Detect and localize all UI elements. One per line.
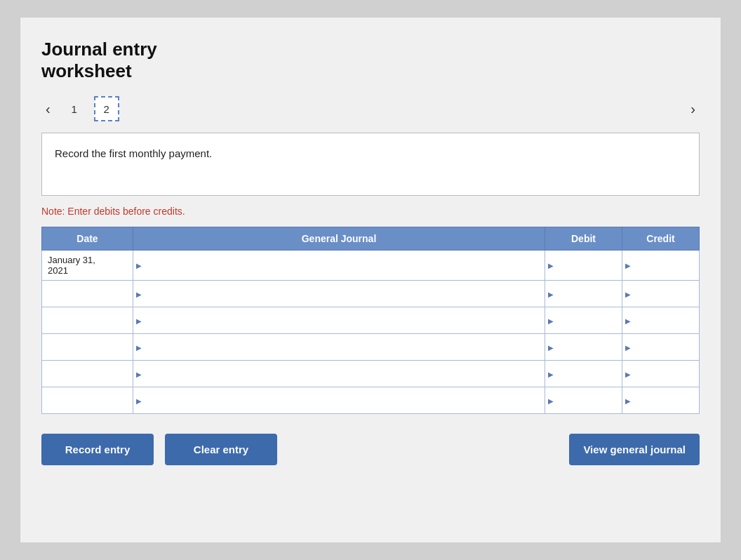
credit-cell-2[interactable] bbox=[622, 281, 700, 307]
col-header-credit: Credit bbox=[622, 227, 700, 251]
entry-cell-3[interactable] bbox=[133, 307, 545, 334]
note-text: Note: Enter debits before credits. bbox=[41, 206, 700, 217]
credit-cell-3[interactable] bbox=[622, 307, 700, 334]
tab-2[interactable]: 2 bbox=[94, 96, 119, 121]
date-cell-3 bbox=[42, 307, 133, 334]
debit-cell-2[interactable] bbox=[545, 281, 622, 307]
debit-cell-3[interactable] bbox=[545, 307, 622, 334]
col-header-date: Date bbox=[42, 227, 133, 251]
page-title: Journal entry worksheet bbox=[41, 39, 700, 82]
debit-cell-6[interactable] bbox=[545, 387, 622, 414]
table-row bbox=[42, 307, 700, 334]
nav-left-arrow[interactable]: ‹ bbox=[41, 100, 55, 119]
debit-cell-4[interactable] bbox=[545, 334, 622, 361]
entry-cell-5[interactable] bbox=[133, 361, 545, 387]
date-cell-4 bbox=[42, 334, 133, 361]
date-cell-2 bbox=[42, 281, 133, 307]
col-header-general-journal: General Journal bbox=[133, 227, 545, 251]
date-cell-1: January 31,2021 bbox=[42, 251, 133, 281]
button-row: Record entry Clear entry View general jo… bbox=[41, 434, 700, 465]
entry-cell-2[interactable] bbox=[133, 281, 545, 307]
credit-cell-6[interactable] bbox=[622, 387, 700, 414]
view-general-journal-button[interactable]: View general journal bbox=[569, 434, 700, 465]
instruction-box: Record the first monthly payment. bbox=[41, 133, 700, 196]
debit-cell-1[interactable] bbox=[545, 251, 622, 281]
record-entry-button[interactable]: Record entry bbox=[41, 434, 154, 465]
table-row bbox=[42, 281, 700, 307]
col-header-debit: Debit bbox=[545, 227, 622, 251]
table-row bbox=[42, 387, 700, 414]
table-row bbox=[42, 361, 700, 387]
date-cell-5 bbox=[42, 361, 133, 387]
instruction-text: Record the first monthly payment. bbox=[55, 147, 212, 159]
credit-cell-4[interactable] bbox=[622, 334, 700, 361]
journal-table: Date General Journal Debit Credit Januar… bbox=[41, 227, 700, 414]
date-cell-6 bbox=[42, 387, 133, 414]
table-row: January 31,2021 bbox=[42, 251, 700, 281]
table-row bbox=[42, 334, 700, 361]
clear-entry-button[interactable]: Clear entry bbox=[165, 434, 277, 465]
tab-navigation: ‹ 1 2 › bbox=[41, 96, 700, 121]
debit-cell-5[interactable] bbox=[545, 361, 622, 387]
credit-cell-1[interactable] bbox=[622, 251, 700, 281]
entry-cell-1[interactable] bbox=[133, 251, 545, 281]
nav-right-arrow[interactable]: › bbox=[686, 100, 700, 119]
entry-cell-4[interactable] bbox=[133, 334, 545, 361]
entry-cell-6[interactable] bbox=[133, 387, 545, 414]
main-container: Journal entry worksheet ‹ 1 2 › Record t… bbox=[20, 17, 721, 543]
tab-1[interactable]: 1 bbox=[62, 96, 87, 121]
credit-cell-5[interactable] bbox=[622, 361, 700, 387]
